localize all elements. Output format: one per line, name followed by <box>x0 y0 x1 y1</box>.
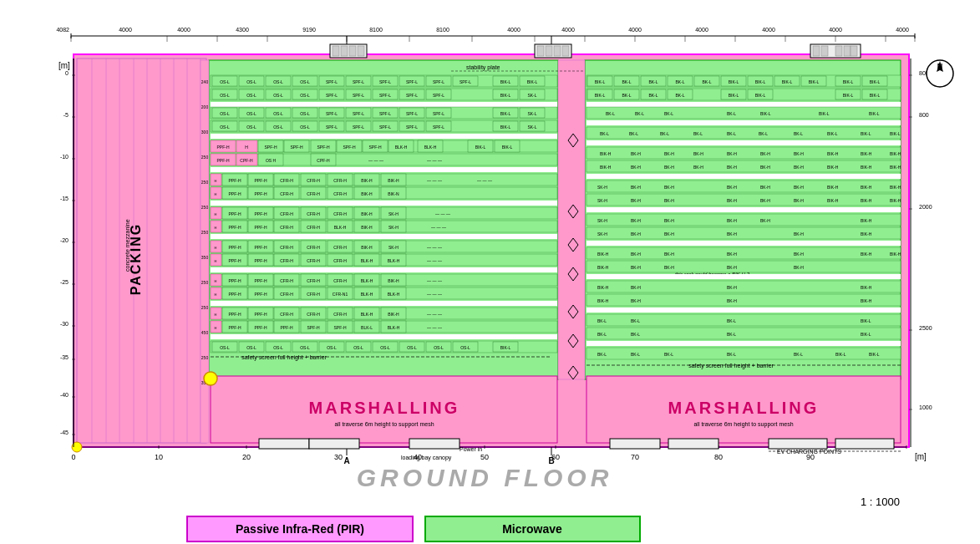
svg-text:CFR-H: CFR-H <box>280 191 293 196</box>
svg-text:CFR-H: CFR-H <box>280 258 293 263</box>
svg-text:— — —: — — — <box>427 178 442 183</box>
svg-text:BIK-L: BIK-L <box>502 145 513 150</box>
svg-text:0: 0 <box>65 70 69 76</box>
svg-text:— — —: — — — <box>427 158 442 163</box>
svg-text:80: 80 <box>714 453 723 461</box>
svg-text:BK-L: BK-L <box>600 131 609 136</box>
svg-text:CFR-H: CFR-H <box>280 292 293 297</box>
svg-text:Passive Infra-Red (PIR): Passive Infra-Red (PIR) <box>236 522 364 536</box>
svg-text:PPF-H: PPF-H <box>229 325 241 330</box>
svg-rect-653 <box>851 46 857 56</box>
svg-text:SPF-L: SPF-L <box>379 125 391 130</box>
svg-text:BK-H: BK-H <box>727 252 737 257</box>
svg-text:BK-L: BK-L <box>693 131 703 136</box>
svg-text:BK-H: BK-H <box>727 218 737 223</box>
svg-text:BIK-H: BIK-H <box>861 198 872 203</box>
svg-text:BK-H: BK-H <box>794 185 804 190</box>
svg-text:SPF-L: SPF-L <box>406 79 418 84</box>
svg-rect-651 <box>835 46 842 56</box>
svg-text:CFR-H: CFR-H <box>280 245 293 250</box>
svg-text:PPF-H: PPF-H <box>229 191 241 196</box>
svg-text:all traverse 6m height to supp: all traverse 6m height to support mesh <box>334 421 434 428</box>
svg-text:BIK-L: BIK-L <box>760 111 771 116</box>
svg-text:4000: 4000 <box>507 27 520 33</box>
svg-text:SK-H: SK-H <box>597 231 607 236</box>
svg-text:BIK-H: BIK-H <box>600 165 612 170</box>
svg-text:CFR-H: CFR-H <box>307 191 320 196</box>
svg-text:SPF-L: SPF-L <box>353 111 364 116</box>
svg-text:BIK-L: BIK-L <box>870 93 881 98</box>
svg-text:BIK-H: BIK-H <box>600 151 612 156</box>
svg-text:-20: -20 <box>60 237 69 243</box>
svg-text:PPF-H: PPF-H <box>281 325 293 330</box>
svg-text:BK-H: BK-H <box>631 185 641 190</box>
svg-text:1000: 1000 <box>919 404 932 410</box>
svg-text:-45: -45 <box>60 430 69 435</box>
svg-text:BIK-L: BIK-L <box>809 79 820 84</box>
svg-text:BIK-L: BIK-L <box>870 79 881 84</box>
svg-text:CFR-H: CFR-H <box>280 178 293 183</box>
svg-text:OS-L: OS-L <box>220 345 230 350</box>
svg-text:— — —: — — — <box>427 278 442 283</box>
svg-text:BK-H: BK-H <box>727 165 737 170</box>
main-container: 4082 4000 4000 4300 9190 8100 8100 4000 … <box>0 0 980 544</box>
svg-text:H: H <box>215 313 217 317</box>
svg-rect-406 <box>211 334 557 339</box>
svg-text:BK-H: BK-H <box>693 165 703 170</box>
svg-text:BK-H: BK-H <box>727 231 737 236</box>
svg-text:BK-H: BK-H <box>631 252 641 257</box>
svg-text:BK-L: BK-L <box>606 111 615 116</box>
svg-text:BK-H: BK-H <box>794 151 804 156</box>
svg-text:90: 90 <box>806 453 815 461</box>
svg-text:SK-H: SK-H <box>597 218 607 223</box>
svg-text:SPF-L: SPF-L <box>433 79 444 84</box>
svg-text:BK-H: BK-H <box>727 298 737 303</box>
svg-text:SPF-L: SPF-L <box>406 111 418 116</box>
svg-text:BIK-H: BIK-H <box>827 165 839 170</box>
svg-text:CFR-H: CFR-H <box>307 258 320 263</box>
svg-text:CFR-H: CFR-H <box>333 258 347 263</box>
svg-text:— — —: — — — <box>435 211 450 216</box>
svg-text:BK-L: BK-L <box>631 318 640 323</box>
svg-text:4000: 4000 <box>177 27 190 33</box>
svg-text:BK-L: BK-L <box>622 79 631 84</box>
svg-text:H: H <box>215 292 217 297</box>
svg-text:OS-L: OS-L <box>220 79 230 84</box>
svg-text:BLK-L: BLK-L <box>361 325 373 330</box>
svg-text:MARSHALLING: MARSHALLING <box>668 399 820 417</box>
svg-text:OS-L: OS-L <box>460 345 470 350</box>
svg-text:PPF-H: PPF-H <box>255 191 267 196</box>
svg-text:800: 800 <box>919 112 929 118</box>
svg-text:SPF-L: SPF-L <box>353 79 364 84</box>
svg-text:H: H <box>215 192 217 196</box>
svg-text:BIK-L: BIK-L <box>861 131 871 136</box>
svg-text:4000: 4000 <box>628 27 642 33</box>
svg-text:BIK-H: BIK-H <box>861 218 872 223</box>
svg-text:stability plate: stability plate <box>466 64 500 71</box>
svg-text:BK-L: BK-L <box>629 131 638 136</box>
svg-text:450: 450 <box>201 330 209 335</box>
svg-text:BLK-H: BLK-H <box>395 145 408 150</box>
svg-text:PPF-H: PPF-H <box>229 278 241 283</box>
svg-text:4000: 4000 <box>762 27 775 33</box>
svg-rect-644 <box>537 46 544 56</box>
svg-text:SPF-L: SPF-L <box>353 93 364 98</box>
svg-text:H: H <box>215 326 217 330</box>
svg-text:BLK-H: BLK-H <box>361 258 373 263</box>
svg-text:BK-H: BK-H <box>727 265 737 270</box>
svg-text:OS-L: OS-L <box>273 93 283 98</box>
svg-text:H: H <box>215 279 217 283</box>
svg-text:OS-L: OS-L <box>273 125 283 130</box>
svg-text:BK-H: BK-H <box>631 218 641 223</box>
svg-text:BIK-L: BIK-L <box>527 79 538 84</box>
svg-rect-475 <box>586 102 901 107</box>
svg-text:BIK-L: BIK-L <box>869 352 880 357</box>
svg-rect-642 <box>358 46 364 56</box>
svg-text:250: 250 <box>201 155 209 160</box>
svg-text:BIK-L: BIK-L <box>861 332 871 337</box>
svg-text:BIK-H: BIK-H <box>361 191 373 196</box>
svg-text:1 : 1000: 1 : 1000 <box>861 496 900 508</box>
svg-text:BK-L: BK-L <box>794 131 803 136</box>
svg-text:OS-L: OS-L <box>380 345 390 350</box>
svg-text:BIK-L: BIK-L <box>729 93 739 98</box>
